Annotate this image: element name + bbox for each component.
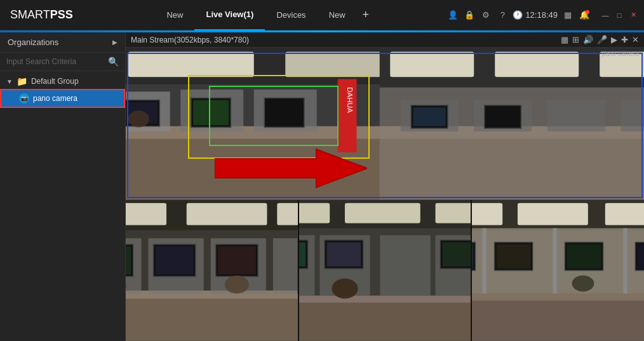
- svg-rect-78: [326, 243, 361, 267]
- close-stream-icon[interactable]: ✕: [632, 35, 639, 44]
- search-input[interactable]: [6, 57, 104, 66]
- bottom-view-1: DAHUA: [126, 200, 298, 341]
- notification-icon[interactable]: 🔔: [578, 9, 591, 22]
- organizations-header[interactable]: Organizations ▶: [0, 32, 125, 53]
- svg-rect-91: [472, 298, 644, 341]
- aspect-ratio-icon[interactable]: ⊞: [572, 35, 579, 44]
- camera-icon: 📷: [19, 93, 29, 104]
- nav-new-1[interactable]: New: [155, 0, 194, 30]
- lock-icon[interactable]: 🔒: [463, 9, 476, 22]
- titlebar: SMARTPSS New Live View(1) Devices New + …: [0, 0, 644, 30]
- svg-rect-47: [187, 203, 267, 225]
- maximize-button[interactable]: □: [614, 10, 625, 21]
- svg-rect-69: [435, 203, 471, 224]
- tree-item-pano-camera[interactable]: 📷 pano camera: [0, 89, 125, 108]
- svg-rect-35: [413, 107, 446, 126]
- nav-devices[interactable]: Devices: [265, 0, 317, 30]
- video-header: Main Stream(3052kbps, 3840*780) ▦ ⊞ 🔊 🎤 …: [126, 32, 644, 48]
- svg-rect-57: [156, 246, 194, 274]
- tree-group-default: ▼ 📁 Default Group 📷 pano camera: [0, 74, 125, 108]
- main-content: Organizations ▶ 🔍 ▼ 📁 Default Group 📷 pa…: [0, 32, 644, 341]
- svg-rect-38: [547, 100, 605, 131]
- tree-group-name: Default Group: [31, 77, 79, 86]
- svg-rect-75: [299, 243, 305, 267]
- svg-rect-53: [126, 246, 131, 274]
- clock-display: 🕐 12:18:49: [513, 10, 558, 20]
- stream-info: Main Stream(3052kbps, 3840*780): [131, 36, 249, 44]
- search-bar: 🔍: [0, 53, 125, 71]
- organizations-label: Organizations: [8, 37, 58, 47]
- svg-rect-99: [497, 244, 531, 269]
- video-area: DAHUA: [126, 48, 644, 341]
- clock-time: 12:18:49: [525, 10, 558, 20]
- svg-rect-24: [264, 98, 304, 127]
- volume-icon[interactable]: 🔊: [583, 35, 593, 44]
- titlebar-right: 👤 🔒 ⚙ ? 🕐 12:18:49 ▦ 🔔 — □ ✕: [446, 9, 644, 22]
- tree-group-header[interactable]: ▼ 📁 Default Group: [0, 74, 125, 89]
- svg-rect-93: [483, 229, 486, 294]
- app-logo: SMARTPSS: [0, 8, 83, 22]
- svg-rect-37: [485, 105, 521, 128]
- svg-rect-103: [638, 244, 644, 269]
- video-content: Main Stream(3052kbps, 3840*780) ▦ ⊞ 🔊 🎤 …: [126, 32, 644, 341]
- help-icon[interactable]: ?: [496, 9, 509, 22]
- tree-item-label: pano camera: [33, 94, 77, 103]
- play-icon[interactable]: ▶: [611, 35, 617, 44]
- bottom-view-3-svg: DAHUA staples: [472, 200, 644, 341]
- settings-icon[interactable]: ⚙: [480, 9, 492, 22]
- pano-content: DAHUA: [126, 48, 644, 199]
- svg-point-79: [332, 279, 358, 299]
- nav-new-2[interactable]: New: [318, 0, 357, 30]
- sidebar: Organizations ▶ 🔍 ▼ 📁 Default Group 📷 pa…: [0, 32, 126, 341]
- bottom-view-2-svg: [299, 200, 471, 341]
- folder-icon: 📁: [17, 76, 27, 86]
- svg-rect-39: [621, 100, 644, 131]
- svg-rect-60: [218, 246, 256, 274]
- bottom-view-3: DAHUA staples: [472, 200, 644, 341]
- svg-rect-67: [299, 203, 330, 224]
- split-view-icon[interactable]: ▦: [561, 35, 568, 44]
- bottom-views: DAHUA: [126, 200, 644, 341]
- svg-rect-101: [567, 244, 601, 269]
- svg-rect-46: [126, 203, 166, 225]
- svg-rect-22: [193, 100, 229, 125]
- svg-rect-87: [472, 203, 502, 225]
- nav-live-view[interactable]: Live View(1): [194, 0, 265, 30]
- chevron-right-icon: ▶: [112, 39, 117, 46]
- pano-view: DAHUA: [126, 48, 644, 200]
- svg-text:DAHUA: DAHUA: [346, 87, 354, 113]
- bottom-view-2: [299, 200, 471, 341]
- svg-rect-88: [518, 203, 588, 225]
- nav-add-button[interactable]: +: [357, 6, 375, 24]
- clock-icon: 🕐: [513, 10, 523, 20]
- minimize-button[interactable]: —: [600, 10, 611, 21]
- user-icon[interactable]: 👤: [446, 9, 459, 22]
- mic-icon[interactable]: 🎤: [597, 35, 607, 44]
- svg-rect-95: [624, 229, 627, 294]
- svg-rect-48: [277, 203, 297, 225]
- svg-rect-80: [380, 236, 430, 296]
- svg-rect-72: [299, 296, 471, 303]
- svg-point-105: [572, 276, 594, 291]
- svg-rect-3: [128, 52, 254, 77]
- close-button[interactable]: ✕: [627, 10, 639, 21]
- bottom-view-1-svg: DAHUA: [126, 200, 298, 341]
- grid-icon[interactable]: ▦: [561, 9, 574, 22]
- svg-rect-62: [273, 238, 298, 293]
- svg-rect-49: [126, 296, 298, 341]
- svg-point-61: [225, 276, 249, 294]
- svg-rect-63: [297, 229, 298, 294]
- svg-rect-92: [472, 294, 644, 301]
- device-tree: ▼ 📁 Default Group 📷 pano camera: [0, 71, 125, 341]
- svg-rect-68: [345, 203, 420, 224]
- pano-view-label: pano camera: [602, 50, 639, 57]
- svg-rect-29: [390, 52, 474, 77]
- svg-rect-89: [605, 203, 644, 225]
- add-view-icon[interactable]: ✚: [621, 35, 628, 44]
- svg-rect-4: [285, 52, 390, 77]
- svg-rect-97: [472, 244, 473, 269]
- window-controls: — □ ✕: [600, 10, 639, 21]
- svg-rect-71: [299, 301, 471, 341]
- search-icon[interactable]: 🔍: [108, 57, 119, 67]
- svg-rect-30: [495, 52, 579, 77]
